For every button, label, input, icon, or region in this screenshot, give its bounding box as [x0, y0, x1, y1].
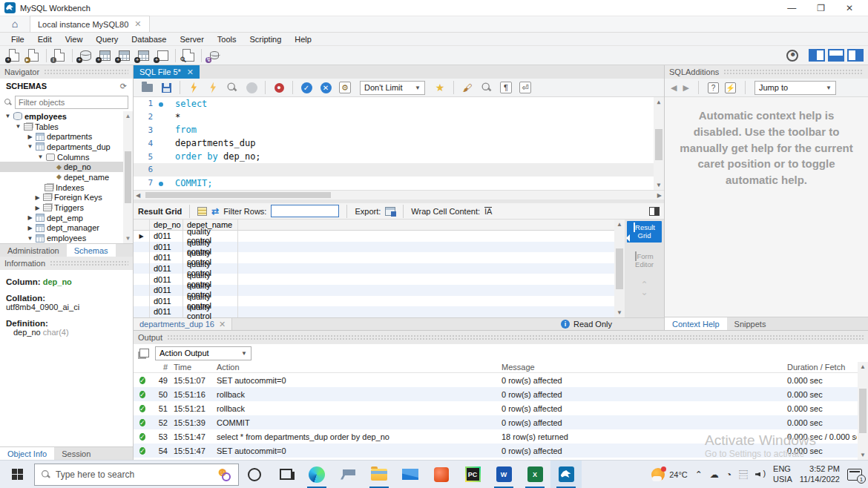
forward-icon[interactable]: ▶ — [683, 83, 688, 93]
scroll-up-icon[interactable]: ▲ — [860, 363, 866, 370]
menu-scripting[interactable]: Scripting — [243, 35, 289, 44]
scrollbar-thumb[interactable] — [655, 129, 662, 160]
volume-icon[interactable] — [755, 470, 766, 479]
office-button[interactable] — [426, 461, 457, 488]
start-button[interactable] — [0, 461, 34, 488]
manual-context-help-icon[interactable]: ? — [708, 82, 719, 93]
rollback-icon[interactable]: ✕ — [317, 80, 335, 95]
scrollbar-thumb[interactable] — [616, 248, 623, 289]
scrollbar-thumb[interactable] — [859, 389, 867, 433]
toggle-secondary-sidebar-icon[interactable] — [847, 49, 864, 62]
show-invisibles-icon[interactable]: ¶ — [497, 80, 515, 95]
editor-vertical-scrollbar[interactable]: ▲ ▼ — [654, 97, 664, 190]
menu-query[interactable]: Query — [89, 35, 125, 44]
language-indicator[interactable]: ENGUSIA — [773, 464, 792, 484]
onedrive-cloud-icon[interactable]: ☁ — [710, 469, 719, 480]
menu-database[interactable]: Database — [125, 35, 173, 44]
scroll-right-icon[interactable]: ▶ — [657, 192, 662, 199]
close-icon[interactable]: ✕ — [187, 67, 194, 77]
scrollbar-thumb[interactable] — [125, 151, 131, 203]
result-grid-table[interactable]: dep_no depet_name ▶ d011quality control … — [134, 220, 614, 317]
home-tab[interactable]: ⌂ — [0, 16, 30, 32]
jump-to-select[interactable]: Jump to▼ — [754, 81, 836, 95]
chevron-right-icon[interactable]: ▶ — [27, 225, 33, 231]
code-line[interactable]: 5 order by dep_no; — [134, 150, 664, 163]
execute-current-statement-icon[interactable] — [204, 80, 222, 95]
tree-item-dep-no[interactable]: ◆ dep_no — [0, 162, 133, 172]
column-header-dep-no[interactable]: dep_no — [150, 220, 183, 230]
notification-center-button[interactable]: 1 — [847, 469, 862, 481]
code-line[interactable]: 7 COMMIT; — [134, 177, 664, 190]
grid-view-icon[interactable] — [197, 207, 207, 216]
filter-objects-input[interactable] — [15, 96, 128, 109]
menu-tools[interactable]: Tools — [211, 35, 243, 44]
tree-item-departments-dup[interactable]: ▼ departments_dup — [0, 142, 133, 152]
chevron-right-icon[interactable]: ▶ — [27, 214, 33, 221]
toggle-stop-on-error-icon[interactable]: ● — [270, 80, 288, 95]
create-table-icon[interactable]: + — [95, 48, 114, 63]
output-vertical-scrollbar[interactable]: ▲ ▼ — [858, 362, 868, 460]
back-icon[interactable]: ◀ — [671, 83, 677, 93]
pycharm-button[interactable]: PC — [457, 461, 488, 488]
menu-edit[interactable]: Edit — [31, 35, 59, 44]
code-line[interactable]: 4 departments_dup — [134, 136, 664, 150]
wrap-cell-content-icon[interactable]: IA — [484, 207, 492, 216]
tree-item-indexes[interactable]: Indexes — [0, 182, 133, 193]
file-explorer-button[interactable] — [364, 461, 395, 488]
inspector-icon[interactable]: i — [50, 48, 69, 63]
tab-sql-file-5[interactable]: SQL File 5* ✕ — [134, 65, 200, 79]
export-icon[interactable] — [385, 207, 395, 216]
explain-icon[interactable] — [223, 80, 241, 95]
table-row[interactable]: d011quality control — [134, 306, 614, 317]
scroll-down-icon[interactable]: ▼ — [617, 309, 622, 316]
find-icon[interactable] — [478, 80, 496, 95]
chevron-right-icon[interactable]: ▶ — [34, 194, 41, 201]
tab-snippets[interactable]: Snippets — [727, 317, 774, 330]
chevron-down-icon[interactable]: ▼ — [27, 235, 33, 242]
collapse-expand-icons[interactable]: ⌃⌄ — [640, 282, 648, 296]
search-table-data-icon[interactable]: 🔍︎ — [179, 48, 198, 63]
mysql-workbench-button[interactable] — [550, 461, 582, 488]
menu-help[interactable]: Help — [288, 35, 318, 44]
scroll-down-icon[interactable]: ▼ — [657, 182, 661, 188]
tree-item-foreign-keys[interactable]: ▶ Foreign Keys — [0, 193, 133, 203]
menu-server[interactable]: Server — [173, 35, 210, 44]
tree-scrollbar[interactable]: ▲ ▼ — [123, 111, 133, 243]
output-row[interactable]: ✓ 5115:51:21 rollback0 row(s) affected0.… — [134, 401, 868, 415]
output-row[interactable]: ✓ 5015:51:16 rollback0 row(s) affected0.… — [134, 387, 868, 401]
weather-widget[interactable]: 24°C — [651, 468, 688, 481]
devices-button[interactable] — [332, 461, 364, 488]
word-button[interactable]: W — [488, 461, 519, 488]
toggle-automatic-help-icon[interactable]: ⚡ — [725, 82, 736, 93]
execute-icon[interactable] — [185, 80, 203, 95]
tab-session[interactable]: Session — [54, 447, 98, 460]
scroll-up-icon[interactable]: ▲ — [125, 113, 131, 119]
create-function-icon[interactable]: + — [153, 48, 172, 63]
tree-item-dept-manager[interactable]: ▶ dept_manager — [0, 223, 133, 234]
tree-item-departments[interactable]: ▶ departments — [0, 131, 133, 142]
edge-button[interactable] — [301, 461, 332, 488]
refresh-icon[interactable]: ⇄ — [211, 206, 219, 217]
tree-item-columns[interactable]: ▼ Columns — [0, 152, 133, 162]
code-line[interactable]: 2 * — [134, 111, 664, 124]
create-schema-icon[interactable]: + — [76, 48, 95, 63]
scroll-down-icon[interactable]: ▼ — [125, 235, 131, 242]
preferences-icon[interactable] — [786, 50, 798, 62]
new-query-tab-icon[interactable]: + — [4, 48, 24, 63]
tree-item-depet-name[interactable]: ◆ depet_name — [0, 172, 133, 182]
code-line[interactable]: 3 from — [134, 124, 664, 137]
output-row[interactable]: ✓ 5315:51:47 select * from departments_d… — [134, 429, 868, 444]
tree-item-dept-emp[interactable]: ▶ dept_emp — [0, 213, 133, 223]
menu-file[interactable]: File — [4, 35, 31, 44]
restore-button[interactable]: ❐ — [817, 3, 825, 13]
close-icon[interactable]: ✕ — [134, 19, 141, 29]
meet-now-icon[interactable]: ◔ — [726, 469, 731, 480]
save-icon[interactable] — [157, 80, 175, 95]
output-view-select[interactable]: Action Output▼ — [155, 346, 251, 360]
clock[interactable]: 3:52 PM11/14/2022 — [800, 464, 840, 484]
show-hidden-icons-chevron[interactable]: ⌃ — [695, 469, 703, 480]
tab-administration[interactable]: Administration — [0, 244, 67, 257]
network-icon[interactable]: ⿳ — [739, 468, 748, 481]
chevron-down-icon[interactable]: ▼ — [4, 113, 11, 119]
code-line[interactable]: 1 select — [134, 97, 664, 111]
